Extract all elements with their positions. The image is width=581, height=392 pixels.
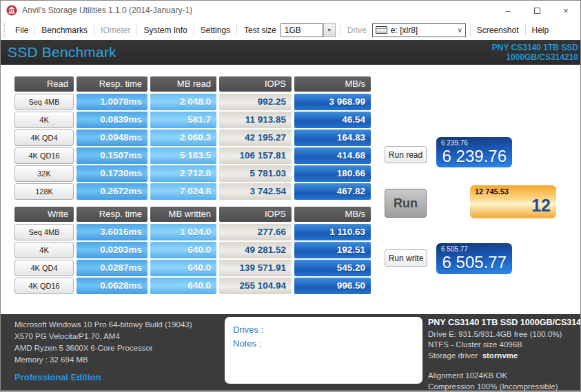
test-button-32k[interactable]: 32K — [14, 165, 74, 182]
menu-file[interactable]: File — [10, 25, 33, 35]
storage-driver-value: stornvme — [482, 351, 518, 360]
maximize-icon[interactable] — [522, 1, 551, 20]
close-icon[interactable]: × — [551, 1, 580, 20]
test-size-dropdown-button[interactable]: ▼ — [323, 23, 336, 37]
drive-storage-driver: Storage driver stornvme — [428, 351, 581, 362]
chevron-down-icon: ∨ — [457, 26, 462, 34]
mb-value: 581.7 — [150, 112, 216, 128]
menu-iometer: IOmeter — [96, 25, 135, 35]
test-button-4k-qd4[interactable]: 4K QD4 — [14, 260, 74, 276]
resp-time-value: 0.0287ms — [77, 260, 147, 276]
motherboard-info: X570 PG Velocita/P1.70, AM4 — [14, 331, 192, 342]
test-button-4k[interactable]: 4K — [14, 112, 74, 128]
iops-value: 255 104.94 — [219, 278, 292, 294]
menu-screenshot[interactable]: Screenshot — [472, 25, 524, 35]
total-score-value: 12 745.53 — [475, 196, 551, 218]
table-row: Seq 4MB1.0078ms2 048.0992.253 968.99 — [14, 94, 371, 110]
drive-icon — [376, 26, 387, 34]
table-row: Seq 4MB3.6016ms1 024.0277.661 110.63 — [14, 224, 371, 240]
iops-value: 42 195.27 — [219, 130, 292, 146]
resp-time-value: 0.0628ms — [77, 278, 147, 294]
menu-bar: File Benchmarks IOmeter System Info Sett… — [1, 20, 580, 40]
iops-value: 277.66 — [219, 224, 292, 240]
mbs-value: 3 968.99 — [294, 94, 371, 110]
notes-box[interactable]: Drives : Notes : — [225, 317, 422, 384]
test-button-seq-4mb[interactable]: Seq 4MB — [14, 94, 74, 110]
mbs-value: 996.50 — [294, 278, 371, 294]
menu-separator — [194, 24, 194, 36]
column-header-write: Write — [14, 207, 74, 222]
resp-time-value: 0.0839ms — [77, 112, 147, 128]
test-button-4k[interactable]: 4K — [14, 242, 74, 258]
resp-time-value: 1.0078ms — [77, 94, 147, 110]
menu-benchmarks[interactable]: Benchmarks — [37, 25, 92, 35]
resp-time-value: 0.0948ms — [77, 130, 147, 146]
iops-value: 5 781.03 — [219, 165, 292, 182]
table-row: 128K0.2672ms7 024.83 742.54467.82 — [14, 183, 371, 200]
iops-value: 139 571.91 — [219, 260, 292, 276]
mbs-value: 1 110.63 — [294, 224, 371, 240]
test-button-4k-qd16[interactable]: 4K QD16 — [14, 278, 74, 294]
mbs-value: 180.66 — [294, 165, 371, 182]
menu-settings[interactable]: Settings — [196, 25, 235, 35]
drives-label: Drives : — [233, 323, 414, 337]
column-header-mb-s: MB/s — [294, 207, 371, 222]
iops-value: 992.25 — [219, 94, 292, 110]
test-button-128k[interactable]: 128K — [14, 183, 74, 200]
iops-value: 49 281.52 — [219, 242, 292, 258]
table-row: 4K QD160.1507ms5 183.5106 157.81414.68 — [14, 147, 371, 164]
drive-combobox[interactable]: e: [xlr8] ∨ — [372, 23, 466, 37]
mbs-value: 192.51 — [294, 242, 371, 258]
resp-time-value: 0.0203ms — [77, 242, 147, 258]
mbs-value: 164.83 — [294, 130, 371, 146]
resp-time-value: 0.1730ms — [77, 165, 147, 182]
app-window: Anvil's Storage Utilities 1.1.0 (2014-Ja… — [0, 0, 581, 392]
menu-separator — [340, 24, 340, 36]
drive-filesystem: NTFS - Cluster size 4096B — [428, 340, 581, 351]
menu-help[interactable]: Help — [527, 25, 554, 35]
test-size-combobox[interactable]: 1GB — [281, 23, 323, 37]
menu-system-info[interactable]: System Info — [139, 25, 192, 35]
column-header-mb-read: MB read — [150, 76, 216, 92]
os-info: Microsoft Windows 10 Pro 64-bitowy Build… — [14, 319, 192, 331]
total-score-small: 12 745.53 — [475, 187, 551, 196]
resp-time-value: 3.6016ms — [77, 224, 147, 240]
test-button-seq-4mb[interactable]: Seq 4MB — [14, 224, 74, 240]
mb-value: 640.0 — [150, 260, 216, 276]
iops-value: 106 157.81 — [219, 147, 292, 164]
cpu-info: AMD Ryzen 5 3600X 6-Core Processor — [14, 342, 192, 354]
mbs-value: 46.54 — [294, 112, 371, 128]
mbs-value: 545.20 — [294, 260, 371, 276]
edition-link[interactable]: Professional Edition — [14, 371, 192, 383]
page-title: SSD Benchmark — [1, 44, 116, 61]
page-header: SSD Benchmark PNY CS3140 1TB SSD 1000GB/… — [1, 40, 580, 65]
column-header-mb-written: MB written — [150, 207, 216, 222]
drive-alignment: Alignment 1024KB OK — [428, 371, 581, 382]
mbs-value: 467.82 — [294, 183, 371, 200]
run-button[interactable]: Run — [385, 189, 427, 218]
read-score-box: 6 239.76 6 239.76 — [436, 137, 512, 167]
drive-capacity: Drive E: 931.5/931.4GB free (100.0%) — [428, 329, 581, 340]
mb-value: 640.0 — [150, 242, 216, 258]
menu-separator — [136, 24, 137, 36]
window-title: Anvil's Storage Utilities 1.1.0 (2014-Ja… — [22, 6, 192, 15]
run-write-button[interactable]: Run write — [385, 249, 427, 267]
resp-time-value: 0.2672ms — [77, 183, 147, 200]
notes-label: Notes : — [233, 337, 414, 351]
table-row: 4K0.0839ms581.711 913.8546.54 — [14, 112, 371, 128]
minimize-icon[interactable]: – — [493, 1, 522, 20]
test-button-4k-qd4[interactable]: 4K QD4 — [14, 130, 74, 146]
mb-value: 2 060.3 — [150, 130, 216, 146]
iops-value: 11 913.85 — [219, 112, 292, 128]
run-read-button[interactable]: Run read — [385, 146, 427, 163]
table-row: 4K QD40.0948ms2 060.342 195.27164.83 — [14, 130, 371, 146]
test-button-4k-qd16[interactable]: 4K QD16 — [14, 147, 74, 164]
column-header-iops: IOPS — [219, 207, 292, 222]
column-header-resp-time: Resp. time — [77, 207, 147, 222]
drive-value: e: [xlr8] — [391, 25, 418, 35]
mb-value: 2 712.8 — [150, 165, 216, 182]
drive-label: Drive — [342, 25, 371, 35]
mb-value: 1 024.0 — [150, 224, 216, 240]
title-bar: Anvil's Storage Utilities 1.1.0 (2014-Ja… — [1, 1, 580, 20]
table-row: 4K0.0203ms640.049 281.52192.51 — [14, 242, 371, 258]
